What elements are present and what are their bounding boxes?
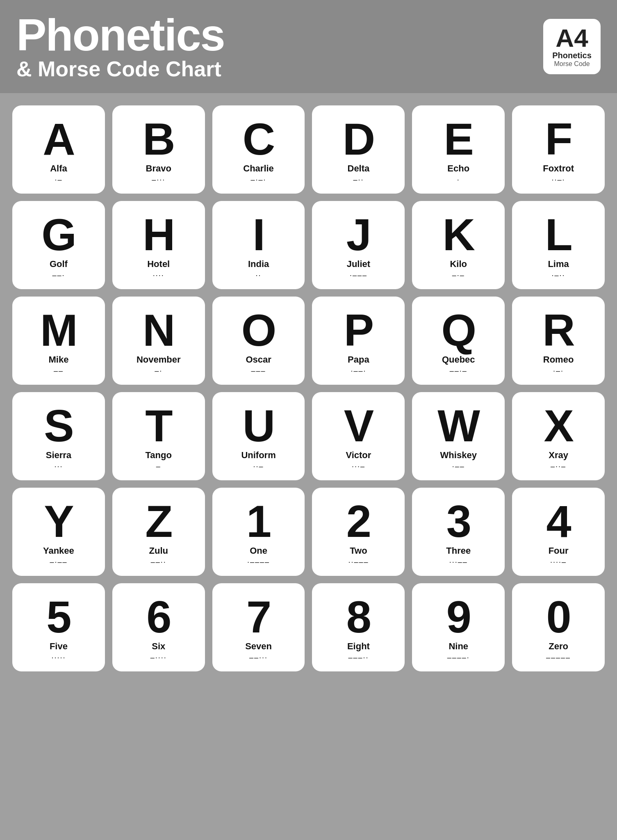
card-letter: K	[443, 212, 474, 257]
card-name: Delta	[348, 163, 370, 174]
card-name: Tango	[146, 450, 172, 461]
card-morse: ·–––	[350, 271, 367, 280]
card-letter: U	[243, 403, 274, 448]
card-name: Juliet	[347, 259, 370, 269]
card-morse: ·–··	[552, 271, 565, 280]
card-morse: ·––	[452, 462, 465, 471]
card-morse: –––	[251, 367, 266, 375]
card-name: Whiskey	[440, 450, 477, 461]
phonetic-card-u: U Uniform ··–	[212, 392, 305, 480]
card-name: Kilo	[450, 259, 467, 269]
card-morse: –···	[152, 176, 165, 184]
card-morse: –––··	[348, 653, 369, 662]
card-name: Uniform	[241, 450, 275, 461]
card-letter: L	[545, 212, 571, 257]
phonetic-card-j: J Juliet ·–––	[312, 201, 405, 289]
card-name: Three	[446, 546, 471, 556]
phonetic-card-o: O Oscar –––	[212, 297, 305, 385]
card-name: Two	[350, 546, 367, 556]
phonetic-card-p: P Papa ·––·	[312, 297, 405, 385]
card-letter: 1	[246, 499, 271, 544]
card-name: Papa	[348, 354, 369, 365]
card-letter: H	[143, 212, 174, 257]
phonetic-card-r: R Romeo ·–·	[512, 297, 605, 385]
phonetic-card-q: Q Quebec ––·–	[412, 297, 505, 385]
phonetic-card-s: S Sierra ···	[12, 392, 105, 480]
phonetic-card-6: 6 Six –····	[112, 583, 205, 671]
phonetic-card-k: K Kilo –·–	[412, 201, 505, 289]
card-morse: –··–	[551, 462, 566, 471]
phonetic-card-w: W Whiskey ·––	[412, 392, 505, 480]
card-name: Xray	[549, 450, 568, 461]
card-name: Hotel	[147, 259, 170, 269]
phonetic-card-9: 9 Nine ––––·	[412, 583, 505, 671]
card-morse: ·––·	[351, 367, 366, 375]
card-morse: –····	[150, 653, 167, 662]
card-morse: ––··	[151, 558, 166, 566]
phonetic-card-7: 7 Seven ––···	[212, 583, 305, 671]
card-letter: W	[437, 403, 479, 448]
card-letter: G	[41, 212, 76, 257]
card-morse: –·––	[50, 558, 67, 566]
phonetic-card-h: H Hotel ····	[112, 201, 205, 289]
badge-a4-label: A4	[552, 25, 592, 51]
card-name: Zero	[549, 641, 568, 652]
card-name: Lima	[548, 259, 569, 269]
card-letter: 2	[346, 499, 371, 544]
card-morse: –·–·	[251, 176, 266, 184]
card-name: Nine	[449, 641, 468, 652]
card-morse: ––···	[249, 653, 268, 662]
phonetic-card-5: 5 Five ·····	[12, 583, 105, 671]
card-letter: D	[343, 116, 374, 162]
card-morse: ·–	[55, 176, 62, 184]
card-morse: ··	[256, 271, 262, 280]
card-morse: ··–	[253, 462, 264, 471]
card-morse: ····–	[550, 558, 567, 566]
card-morse: ––·	[52, 271, 65, 280]
card-letter: R	[542, 308, 574, 353]
card-morse: –––––	[546, 653, 571, 662]
phonetic-card-m: M Mike ––	[12, 297, 105, 385]
card-letter: B	[143, 116, 174, 162]
card-letter: O	[241, 308, 276, 353]
card-morse: ––	[54, 367, 64, 375]
card-letter: N	[143, 308, 174, 353]
phonetic-card-c: C Charlie –·–·	[212, 105, 305, 194]
card-name: Zulu	[149, 546, 168, 556]
phonetic-card-8: 8 Eight –––··	[312, 583, 405, 671]
card-name: Bravo	[146, 163, 171, 174]
card-letter: S	[44, 403, 73, 448]
card-name: Five	[50, 641, 68, 652]
card-morse: ·––––	[247, 558, 270, 566]
card-name: Eight	[347, 641, 370, 652]
card-name: Victor	[346, 450, 371, 461]
card-name: Yankee	[43, 546, 74, 556]
phonetic-card-z: Z Zulu ––··	[112, 488, 205, 576]
phonetic-card-1: 1 One ·––––	[212, 488, 305, 576]
card-morse: ––––·	[447, 653, 470, 662]
card-letter: T	[145, 403, 172, 448]
card-morse: ··–·	[552, 176, 565, 184]
phonetic-card-n: N November –·	[112, 297, 205, 385]
card-name: Oscar	[246, 354, 271, 365]
card-letter: 6	[146, 594, 171, 639]
phonetic-card-4: 4 Four ····–	[512, 488, 605, 576]
phonetic-card-i: I India ··	[212, 201, 305, 289]
card-morse: –·	[155, 367, 162, 375]
card-name: Four	[549, 546, 569, 556]
card-morse: –··	[353, 176, 364, 184]
badge-phonetics-label: Phonetics	[552, 51, 592, 60]
card-letter: V	[344, 403, 373, 448]
card-letter: P	[344, 308, 373, 353]
card-name: Alfa	[50, 163, 67, 174]
card-letter: E	[444, 116, 473, 162]
phonetic-card-x: X Xray –··–	[512, 392, 605, 480]
card-name: Romeo	[543, 354, 574, 365]
card-letter: X	[544, 403, 573, 448]
phonetic-card-e: E Echo ·	[412, 105, 505, 194]
card-morse: ···––	[449, 558, 468, 566]
card-letter: 3	[446, 499, 471, 544]
card-letter: 8	[346, 594, 371, 639]
phonetic-card-v: V Victor ···–	[312, 392, 405, 480]
card-letter: F	[545, 116, 571, 162]
